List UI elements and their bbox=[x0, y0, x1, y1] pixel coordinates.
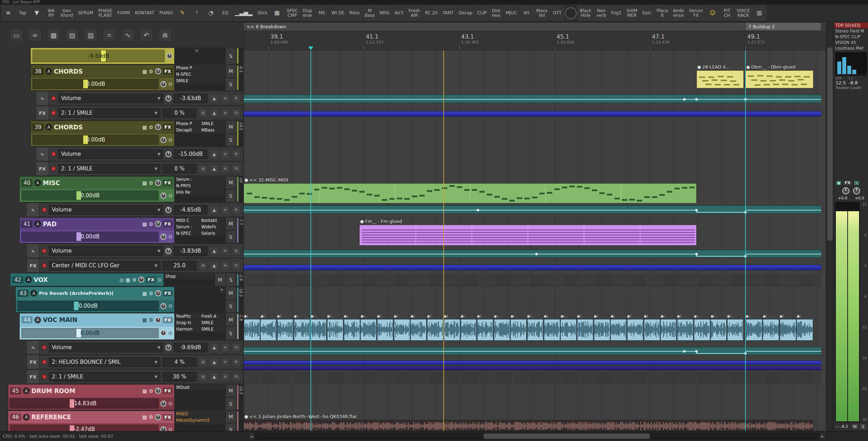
arrange-view[interactable]: 28-LEAD 4...Dbm__ - Dbm-glued<< 32-MISC-… bbox=[244, 50, 826, 431]
audio-item[interactable] bbox=[560, 319, 577, 341]
toolbar-button-black-hole[interactable]: Black Hole bbox=[578, 5, 593, 21]
rainbow-eq-icon[interactable]: ▦ bbox=[270, 5, 284, 21]
pan-knob-2[interactable] bbox=[160, 401, 166, 407]
fx-button[interactable]: FX bbox=[163, 290, 173, 296]
envelope-hide-button[interactable]: ▲ bbox=[210, 205, 219, 214]
midi-item[interactable] bbox=[697, 70, 744, 88]
envelope-value[interactable]: 4 % bbox=[163, 357, 196, 367]
region-segment[interactable]: << 6 Breakdown bbox=[244, 23, 745, 30]
fx-button[interactable]: FX bbox=[163, 317, 173, 323]
routing-grid-icon[interactable]: ▦ bbox=[142, 291, 147, 296]
fx-chip[interactable]: kHs Re bbox=[175, 189, 225, 195]
envelope-knob[interactable] bbox=[165, 151, 171, 157]
envelope-arm-dot[interactable] bbox=[51, 166, 56, 171]
meter-bridge-icon[interactable]: ▥ bbox=[753, 5, 766, 21]
envelope-arm-toggle[interactable]: ↻ bbox=[232, 205, 241, 214]
toolbar-button-wa-rp[interactable]: WA RP bbox=[44, 5, 58, 21]
mute-button[interactable]: M bbox=[225, 176, 236, 189]
audio-item[interactable] bbox=[427, 319, 443, 341]
fx-chip[interactable]: Decapit bbox=[175, 127, 200, 133]
mute-button[interactable]: M bbox=[225, 65, 236, 78]
horizontal-scrollbar-thumb[interactable] bbox=[484, 433, 650, 439]
fx-chip[interactable]: Serum : bbox=[175, 177, 225, 183]
pan-knob-2[interactable] bbox=[160, 81, 166, 87]
envelope-hide-button[interactable]: ▲ bbox=[210, 261, 219, 270]
fx-button[interactable]: FX bbox=[163, 388, 173, 394]
scroll-left-arrow[interactable]: ◄ bbox=[248, 433, 255, 440]
fx-chip[interactable]: MAutoDynamicE bbox=[175, 417, 225, 423]
midi-item[interactable] bbox=[244, 183, 697, 203]
fx-chip[interactable]: SMILE bbox=[175, 78, 225, 84]
toolbar-button-ms[interactable]: MS bbox=[315, 5, 329, 21]
wrench-icon[interactable]: ⚙ bbox=[149, 221, 154, 227]
envelope-value[interactable]: -3.83dB bbox=[174, 246, 208, 256]
phase-power-icon[interactable]: ⊙ bbox=[168, 303, 173, 309]
solo-button[interactable]: S bbox=[225, 423, 236, 431]
envelope-arm-toggle[interactable]: ↻ bbox=[232, 358, 241, 367]
solo-button[interactable]: S bbox=[225, 397, 236, 410]
fx-chip[interactable]: MBass bbox=[200, 127, 225, 133]
envelope-hide-button[interactable]: ▲ bbox=[210, 247, 219, 256]
audio-item[interactable] bbox=[244, 319, 260, 341]
audio-item[interactable] bbox=[627, 319, 643, 341]
fx-chip[interactable]: WideFir bbox=[200, 224, 225, 230]
toolbar-button-disp-erse[interactable]: Disp erse bbox=[300, 5, 314, 21]
record-arm-badge[interactable]: A bbox=[23, 414, 30, 421]
volume-envelope-icon[interactable]: ∿ bbox=[27, 341, 40, 354]
audio-item[interactable] bbox=[710, 319, 727, 341]
undo-icon[interactable]: ↶ bbox=[140, 29, 153, 41]
phase-power-icon[interactable]: ⊙ bbox=[168, 426, 173, 431]
envelope-target-dropdown[interactable]: Volume▼ bbox=[49, 205, 163, 215]
envelope-target-dropdown[interactable]: Volume▼ bbox=[49, 343, 163, 352]
monitor-fx-item[interactable]: TDR SlickEQ bbox=[834, 23, 868, 28]
toolbar-button-kontakt[interactable]: KONTAKT bbox=[133, 5, 157, 21]
fx-chip[interactable]: SMILE bbox=[200, 121, 225, 127]
volume-fader[interactable]: 0.00dB bbox=[33, 135, 159, 145]
pan-knob[interactable] bbox=[155, 221, 161, 227]
volume-envelope-icon[interactable]: ∿ bbox=[36, 147, 49, 161]
pan-knob[interactable] bbox=[155, 290, 161, 296]
mute-button[interactable]: M bbox=[225, 287, 236, 299]
toolbar-button-slick[interactable]: Slick bbox=[255, 5, 270, 21]
audio-item[interactable] bbox=[797, 319, 813, 341]
add-fx-button[interactable]: + bbox=[194, 48, 200, 54]
link-icon[interactable]: ∞ bbox=[29, 29, 41, 41]
toolbar-button-fog2[interactable]: Fog2 bbox=[609, 5, 624, 21]
envelope-close-button[interactable]: × bbox=[221, 358, 230, 367]
envelope-bypass-icon[interactable]: ⊘ bbox=[199, 261, 208, 270]
envelope-bypass-icon[interactable]: ⊘ bbox=[199, 372, 208, 381]
envelope-value[interactable]: 30 % bbox=[163, 372, 196, 382]
envelope-target-dropdown[interactable]: Center / MIDI CC LFO Ger▼ bbox=[49, 261, 160, 271]
envelope-arm-dot[interactable] bbox=[42, 360, 47, 365]
envelope-close-button[interactable]: × bbox=[221, 261, 230, 270]
envelope-hide-button[interactable]: ▲ bbox=[210, 164, 219, 173]
routing-grid-icon[interactable]: ▦ bbox=[142, 221, 147, 227]
envelope-arm-toggle[interactable]: ↻ bbox=[232, 109, 241, 118]
audio-item[interactable] bbox=[410, 319, 426, 341]
toolbar-button-clip[interactable]: CLIP bbox=[475, 5, 489, 21]
envelope-bypass-icon[interactable]: ⊘ bbox=[199, 358, 208, 367]
envelope-icon[interactable]: ∿ bbox=[121, 29, 134, 41]
vertical-scrollbar-thumb[interactable] bbox=[827, 48, 833, 241]
toolbar-button-?[interactable]: ? bbox=[190, 5, 204, 21]
record-arm-badge[interactable]: A bbox=[45, 68, 52, 75]
pan-envelope-lane[interactable] bbox=[244, 265, 821, 270]
track-name[interactable]: CHORDS bbox=[54, 68, 140, 75]
envelope-arm-dot[interactable] bbox=[51, 110, 56, 115]
envelope-target-dropdown[interactable]: 2: 1 / SMILE▼ bbox=[58, 108, 160, 118]
envelope-arm-toggle[interactable]: ↻ bbox=[232, 164, 241, 173]
fx-chip[interactable]: SMILE bbox=[200, 326, 225, 332]
record-arm-badge[interactable]: A bbox=[25, 276, 32, 283]
phase-power-icon[interactable]: ⊙ bbox=[168, 401, 173, 406]
master-fx-button[interactable]: FX bbox=[843, 180, 852, 185]
record-arm-badge[interactable]: A bbox=[34, 179, 41, 186]
audio-item[interactable] bbox=[746, 319, 762, 341]
phase-power-icon[interactable]: ⊙ bbox=[158, 277, 162, 283]
toolbar-button-epic[interactable]: Epic bbox=[640, 5, 654, 21]
muted-item-lane[interactable] bbox=[244, 373, 821, 383]
fx-envelope-icon[interactable]: FX bbox=[27, 370, 40, 383]
timeline-ruler[interactable]: 39.11:09.09041.11:12.72743.11:16.36345.1… bbox=[244, 31, 826, 50]
toolbar-button-pit-ch[interactable]: PIT CH bbox=[720, 5, 734, 21]
fx-chip[interactable]: SMILE bbox=[200, 320, 225, 326]
smiley-icon[interactable]: ☺ bbox=[706, 5, 719, 21]
